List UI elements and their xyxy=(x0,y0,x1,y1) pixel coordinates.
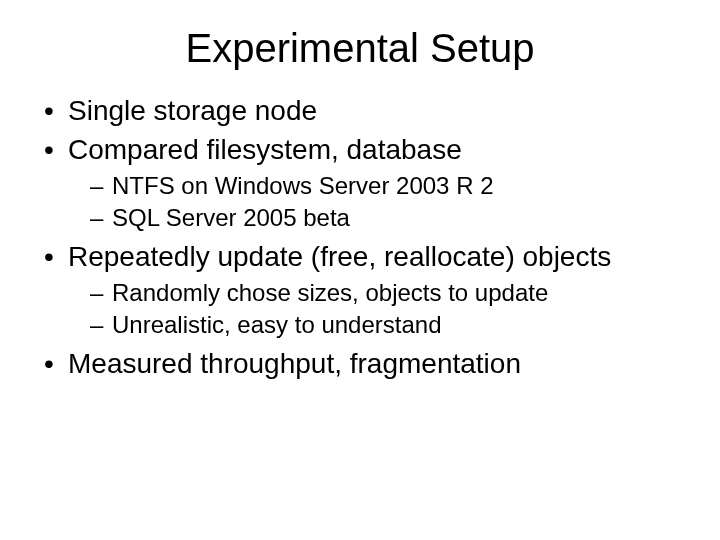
list-item-text: Measured throughput, fragmentation xyxy=(68,348,521,379)
sub-list-item-text: Randomly chose sizes, objects to update xyxy=(112,279,548,306)
sub-bullet-list: NTFS on Windows Server 2003 R 2 SQL Serv… xyxy=(68,171,690,233)
list-item: Single storage node xyxy=(40,93,690,128)
list-item: Measured throughput, fragmentation xyxy=(40,346,690,381)
sub-list-item: NTFS on Windows Server 2003 R 2 xyxy=(90,171,690,201)
bullet-list: Single storage node Compared filesystem,… xyxy=(30,93,690,381)
list-item-text: Single storage node xyxy=(68,95,317,126)
sub-list-item: Unrealistic, easy to understand xyxy=(90,310,690,340)
sub-list-item-text: SQL Server 2005 beta xyxy=(112,204,350,231)
sub-list-item-text: NTFS on Windows Server 2003 R 2 xyxy=(112,172,493,199)
sub-list-item-text: Unrealistic, easy to understand xyxy=(112,311,442,338)
list-item: Repeatedly update (free, reallocate) obj… xyxy=(40,239,690,340)
slide: Experimental Setup Single storage node C… xyxy=(0,0,720,540)
list-item-text: Repeatedly update (free, reallocate) obj… xyxy=(68,241,611,272)
slide-title: Experimental Setup xyxy=(30,26,690,71)
sub-list-item: Randomly chose sizes, objects to update xyxy=(90,278,690,308)
list-item-text: Compared filesystem, database xyxy=(68,134,462,165)
sub-bullet-list: Randomly chose sizes, objects to update … xyxy=(68,278,690,340)
sub-list-item: SQL Server 2005 beta xyxy=(90,203,690,233)
list-item: Compared filesystem, database NTFS on Wi… xyxy=(40,132,690,233)
